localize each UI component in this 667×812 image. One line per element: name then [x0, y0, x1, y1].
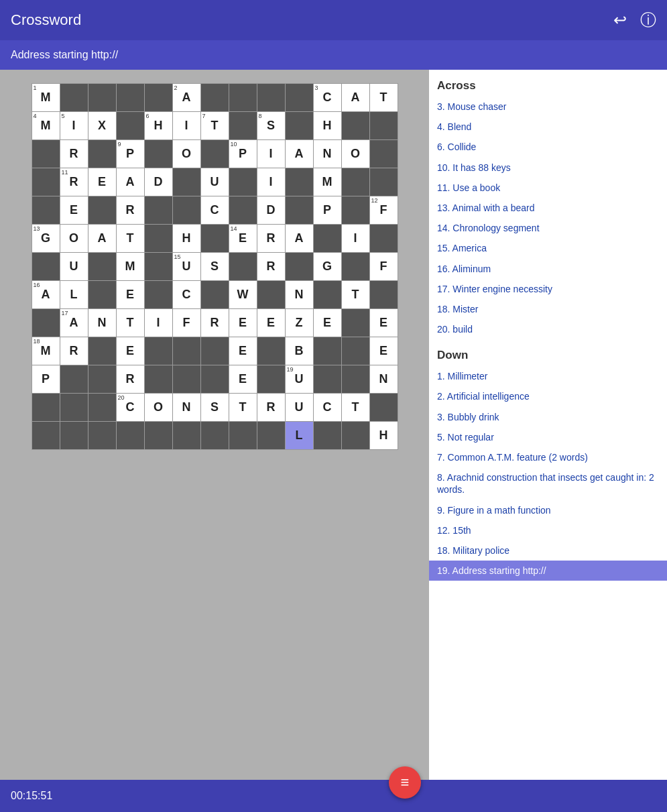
- table-row[interactable]: T: [229, 394, 257, 422]
- table-row[interactable]: N: [285, 281, 313, 309]
- table-row[interactable]: R: [200, 309, 229, 337]
- fab-button[interactable]: ≡: [389, 766, 421, 799]
- table-row[interactable]: 19U: [285, 365, 313, 394]
- table-row[interactable]: H: [313, 112, 341, 140]
- table-row[interactable]: H: [172, 225, 200, 253]
- table-row[interactable]: I: [257, 168, 285, 196]
- table-row[interactable]: U: [60, 253, 88, 281]
- table-row[interactable]: R: [257, 225, 285, 253]
- list-item[interactable]: 10. It has 88 keys: [429, 158, 667, 178]
- table-row[interactable]: D: [257, 196, 285, 225]
- list-item[interactable]: 5. Not regular: [429, 427, 667, 447]
- table-row[interactable]: E: [229, 337, 257, 365]
- list-item[interactable]: 6. Collide: [429, 137, 667, 157]
- table-row[interactable]: E: [229, 309, 257, 337]
- list-item[interactable]: 19. Address starting http://: [429, 561, 667, 581]
- table-row[interactable]: M: [116, 253, 144, 281]
- table-row[interactable]: F: [369, 253, 398, 281]
- list-item[interactable]: 7. Common A.T.M. feature (2 words): [429, 447, 667, 467]
- list-item[interactable]: 2. Artificial intelligence: [429, 386, 667, 406]
- list-item[interactable]: 9. Figure in a math function: [429, 500, 667, 520]
- table-row[interactable]: T: [341, 281, 369, 309]
- list-item[interactable]: 3. Mouse chaser: [429, 97, 667, 117]
- list-item[interactable]: 8. Arachnid construction that insects ge…: [429, 467, 667, 500]
- table-row[interactable]: E: [88, 168, 116, 196]
- table-row[interactable]: H: [369, 422, 398, 450]
- table-row[interactable]: W: [229, 281, 257, 309]
- list-item[interactable]: 12. 15th: [429, 520, 667, 540]
- table-row[interactable]: 9P: [116, 140, 144, 168]
- list-item[interactable]: 1. Millimeter: [429, 366, 667, 386]
- table-row[interactable]: I: [341, 225, 369, 253]
- table-row[interactable]: X: [88, 112, 116, 140]
- table-row[interactable]: P: [32, 365, 60, 394]
- table-row[interactable]: R: [116, 196, 144, 225]
- table-row[interactable]: O: [144, 394, 172, 422]
- table-row[interactable]: E: [116, 281, 144, 309]
- crossword-grid[interactable]: 1M 2A 3C A T 4M 5I: [32, 83, 398, 450]
- table-row[interactable]: C: [313, 394, 341, 422]
- list-item[interactable]: 13. Animal with a beard: [429, 198, 667, 218]
- table-row[interactable]: O: [172, 140, 200, 168]
- undo-icon[interactable]: ↩: [613, 11, 627, 30]
- table-row[interactable]: T: [116, 309, 144, 337]
- table-row[interactable]: E: [116, 337, 144, 365]
- table-row[interactable]: 2A: [172, 84, 200, 112]
- table-row[interactable]: M: [313, 168, 341, 196]
- table-row[interactable]: O: [341, 140, 369, 168]
- table-row[interactable]: A: [116, 168, 144, 196]
- table-row[interactable]: I: [257, 140, 285, 168]
- table-row[interactable]: R: [60, 140, 88, 168]
- table-row[interactable]: R: [116, 365, 144, 394]
- table-row[interactable]: 13G: [32, 225, 60, 253]
- table-row[interactable]: 6H: [144, 112, 172, 140]
- table-row[interactable]: I: [144, 309, 172, 337]
- table-row[interactable]: E: [369, 309, 398, 337]
- table-row[interactable]: B: [285, 337, 313, 365]
- table-row[interactable]: T: [341, 394, 369, 422]
- table-row[interactable]: N: [313, 140, 341, 168]
- table-row[interactable]: S: [200, 394, 229, 422]
- table-row[interactable]: A: [285, 225, 313, 253]
- table-row[interactable]: Z: [285, 309, 313, 337]
- table-row[interactable]: E: [60, 196, 88, 225]
- list-item[interactable]: 16. Aliminum: [429, 259, 667, 279]
- table-row[interactable]: R: [257, 394, 285, 422]
- table-row[interactable]: I: [172, 112, 200, 140]
- table-row[interactable]: E: [229, 365, 257, 394]
- table-row[interactable]: N: [88, 309, 116, 337]
- table-row[interactable]: E: [313, 309, 341, 337]
- table-row[interactable]: 14E: [229, 225, 257, 253]
- table-row[interactable]: R: [257, 253, 285, 281]
- table-row[interactable]: 12F: [369, 196, 398, 225]
- table-row[interactable]: C: [200, 196, 229, 225]
- list-item[interactable]: 4. Blend: [429, 117, 667, 137]
- table-row[interactable]: N: [369, 365, 398, 394]
- table-row[interactable]: R: [60, 337, 88, 365]
- table-row[interactable]: E: [369, 337, 398, 365]
- table-row[interactable]: E: [257, 309, 285, 337]
- table-row[interactable]: A: [88, 225, 116, 253]
- list-item[interactable]: 20. build: [429, 319, 667, 339]
- list-item[interactable]: 17. Winter engine necessity: [429, 279, 667, 299]
- table-row[interactable]: O: [60, 225, 88, 253]
- table-row[interactable]: 20C: [116, 394, 144, 422]
- table-row[interactable]: 5I: [60, 112, 88, 140]
- table-row[interactable]: A: [285, 140, 313, 168]
- table-row[interactable]: 16A: [32, 281, 60, 309]
- table-row[interactable]: D: [144, 168, 172, 196]
- list-item[interactable]: 18. Mister: [429, 299, 667, 319]
- table-row[interactable]: 17A: [60, 309, 88, 337]
- info-icon[interactable]: ⓘ: [640, 9, 656, 31]
- table-row[interactable]: 7T: [200, 112, 229, 140]
- list-item[interactable]: 14. Chronology segment: [429, 218, 667, 238]
- table-row[interactable]: A: [341, 84, 369, 112]
- table-row[interactable]: S: [200, 253, 229, 281]
- table-row[interactable]: 15U: [172, 253, 200, 281]
- table-row[interactable]: 4M: [32, 112, 60, 140]
- table-row[interactable]: F: [172, 309, 200, 337]
- table-row[interactable]: U: [285, 394, 313, 422]
- list-item[interactable]: 11. Use a book: [429, 178, 667, 198]
- table-row[interactable]: 10P: [229, 140, 257, 168]
- table-row[interactable]: 1M: [32, 84, 60, 112]
